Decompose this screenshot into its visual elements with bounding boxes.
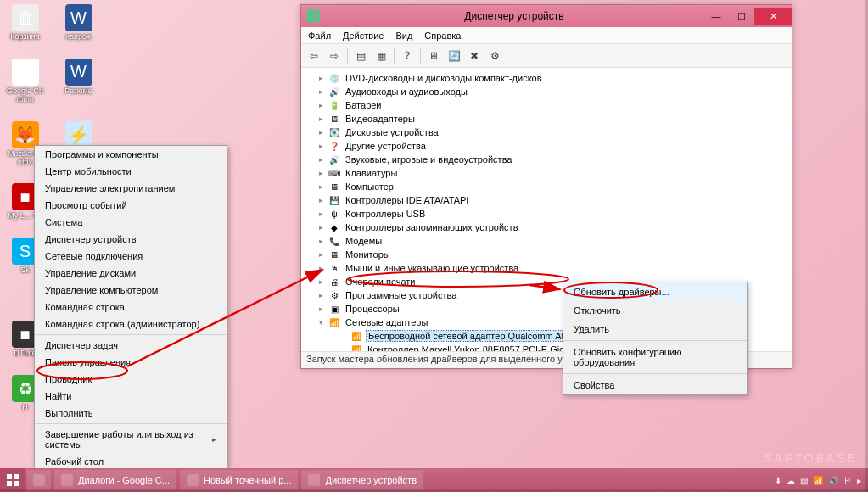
menu-item[interactable]: Вид (395, 31, 412, 41)
menu-item[interactable]: Система (35, 214, 227, 231)
tree-node[interactable]: ▸◆Контроллеры запоминающих устройств (316, 221, 788, 234)
tray-icon[interactable]: ⬇ (775, 476, 781, 485)
menu-item[interactable]: Сетевые подключения (35, 248, 227, 265)
toolbar-btn[interactable]: 🔄 (445, 47, 463, 65)
tree-node[interactable]: ▸🖥Мониторы (316, 248, 788, 261)
context-menu-item[interactable]: Отключить (563, 301, 747, 320)
watermark: SAFTOBASE (764, 451, 858, 465)
menu-item[interactable]: Найти (35, 388, 227, 405)
start-button[interactable] (0, 468, 25, 492)
taskbar-item[interactable]: Диспетчер устройств (301, 470, 423, 490)
desktop-icon[interactable]: WРезюме (59, 59, 98, 104)
tray-icon[interactable]: ▤ (800, 476, 808, 485)
tray-icon[interactable]: ▸ (857, 476, 861, 485)
menu-item[interactable]: Центр мобильности (35, 163, 227, 180)
desktop-icon[interactable]: ◉Google Chrome (6, 59, 44, 104)
tray-icon[interactable]: 📶 (813, 476, 823, 485)
context-menu-item[interactable]: Обновить драйверы... (563, 282, 747, 301)
tree-node[interactable]: ▸❓Другие устройства (316, 139, 788, 153)
menu-item[interactable]: Действие (343, 31, 384, 41)
tree-node[interactable]: ▸ψКонтроллеры USB (316, 207, 788, 221)
system-tray[interactable]: ⬇☁▤📶🔊🏳▸ (768, 476, 868, 485)
toolbar-btn[interactable]: ？ (398, 47, 417, 65)
svg-rect-0 (7, 474, 12, 479)
taskbar-item[interactable]: Диалоги - Google C... (54, 470, 176, 490)
maximize-button[interactable]: ☐ (729, 8, 754, 25)
winx-menu[interactable]: Программы и компонентыЦентр мобильностиУ… (34, 145, 227, 471)
menu-item[interactable]: Управление компьютером (35, 282, 227, 299)
tree-node[interactable]: ▸🔋Батареи (316, 98, 788, 112)
back-button[interactable]: ⇦ (305, 47, 323, 65)
toolbar-btn[interactable]: 🖥 (424, 47, 443, 65)
menu-item[interactable]: Панель управления (35, 354, 227, 371)
tree-node[interactable]: ▸🖥Видеоадаптеры (316, 112, 788, 126)
menu-item[interactable]: Командная строка (35, 299, 227, 316)
toolbar-btn[interactable]: ▦ (372, 47, 390, 65)
context-menu-item[interactable]: Свойства (563, 376, 747, 394)
toolbar-btn[interactable]: ⚙ (485, 47, 504, 65)
menu-item[interactable]: Управление дисками (35, 265, 227, 282)
toolbar-btn[interactable]: ▤ (351, 47, 370, 65)
context-menu-item[interactable]: Обновить конфигурацию оборудования (563, 343, 747, 372)
tree-node[interactable]: ▸💽Дисковые устройства (316, 126, 788, 139)
window-title: Диспетчер устройств (325, 10, 703, 22)
tray-icon[interactable]: 🔊 (828, 476, 838, 485)
tree-node[interactable]: ▸🔊Звуковые, игровые и видеоустройства (316, 153, 788, 166)
menu-item[interactable]: Справка (424, 31, 461, 41)
tree-node[interactable]: ▸💾Контроллеры IDE ATA/ATAPI (316, 193, 788, 207)
menu-item[interactable]: Проводник (35, 371, 227, 388)
tree-node[interactable]: ▸🖱Мыши и иные указывающие устройства (316, 261, 788, 275)
minimize-button[interactable]: — (703, 8, 729, 25)
menu-item[interactable]: Управление электропитанием (35, 180, 227, 197)
menu-item[interactable]: Просмотр событий (35, 197, 227, 214)
taskbar[interactable]: Диалоги - Google C...Новый точечный р...… (0, 468, 868, 492)
desktop-icon[interactable]: Wнапрож (59, 4, 98, 42)
svg-rect-2 (7, 481, 12, 486)
tree-node[interactable]: ▸🔊Аудиовходы и аудиовыходы (316, 85, 788, 98)
forward-button[interactable]: ⇨ (325, 47, 344, 65)
menubar[interactable]: ФайлДействиеВидСправка (301, 27, 792, 44)
menu-item[interactable]: Диспетчер устройств (35, 231, 227, 248)
tray-icon[interactable]: 🏳 (843, 476, 852, 485)
taskbar-item[interactable]: Новый точечный р... (180, 470, 299, 490)
menu-item[interactable]: Выполнить (35, 405, 227, 422)
app-icon (306, 9, 320, 23)
tray-icon[interactable]: ☁ (787, 476, 795, 485)
toolbar-btn[interactable]: ✖ (465, 47, 484, 65)
desktop-icon[interactable]: 🗑Корзина (6, 4, 44, 42)
tree-node[interactable]: ▸🖥Компьютер (316, 180, 788, 193)
tree-node[interactable]: ▸💿DVD-дисководы и дисководы компакт-диск… (316, 71, 788, 85)
menu-item[interactable]: Рабочий стол (35, 453, 227, 470)
toolbar[interactable]: ⇦ ⇨ ▤ ▦ ？ 🖥 🔄 ✖ ⚙ (301, 44, 792, 68)
taskbar-item[interactable] (27, 470, 51, 490)
context-menu[interactable]: Обновить драйверы...ОтключитьУдалитьОбно… (563, 282, 748, 395)
menu-item[interactable]: Командная строка (администратор) (35, 316, 227, 333)
close-button[interactable]: ✕ (754, 8, 792, 25)
menu-item[interactable]: Программы и компоненты (35, 146, 227, 163)
svg-rect-3 (14, 481, 19, 486)
tree-node[interactable]: ▸⌨Клавиатуры (316, 166, 788, 180)
context-menu-item[interactable]: Удалить (563, 320, 747, 338)
titlebar[interactable]: Диспетчер устройств — ☐ ✕ (301, 5, 792, 27)
svg-rect-1 (14, 474, 19, 479)
menu-item[interactable]: Завершение работы или выход из системы (35, 426, 227, 453)
tree-node[interactable]: ▸📞Модемы (316, 234, 788, 248)
menu-item[interactable]: Файл (308, 31, 331, 41)
menu-item[interactable]: Диспетчер задач (35, 337, 227, 354)
